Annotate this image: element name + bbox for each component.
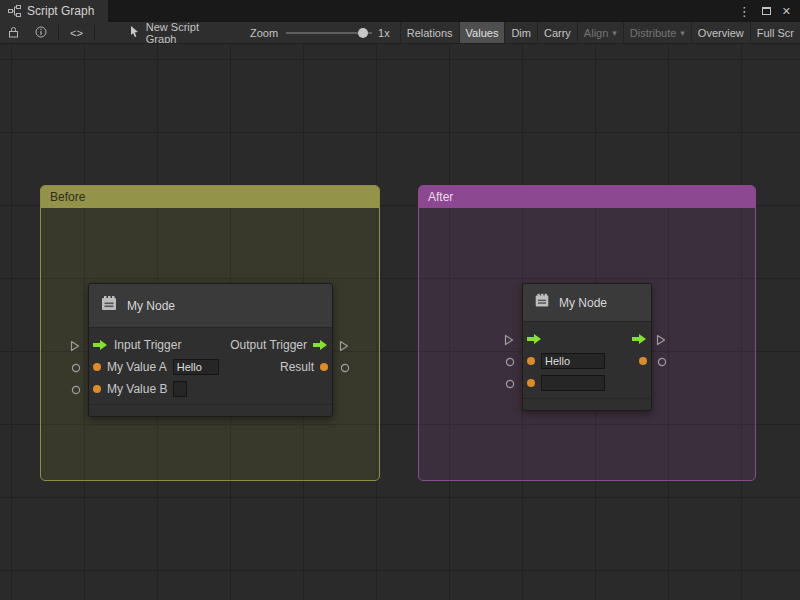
value-b-input[interactable] [173, 381, 187, 397]
align-label: Align [584, 27, 608, 39]
toolbar-buttons: Relations Values Dim Carry Align ▾ Distr… [400, 22, 800, 43]
chevron-down-icon: ▾ [612, 28, 617, 38]
node-title: My Node [559, 296, 607, 310]
code-preview-button[interactable]: <> [62, 22, 91, 44]
maximize-icon[interactable] [762, 7, 771, 15]
kebab-menu-icon[interactable]: ⋮ [738, 5, 751, 18]
align-dropdown: Align ▾ [577, 22, 623, 44]
tab-script-graph[interactable]: Script Graph [0, 0, 108, 22]
node-after-body [523, 322, 651, 398]
external-value-port-icon[interactable] [505, 379, 515, 389]
external-value-port-icon[interactable] [657, 357, 667, 367]
distribute-label: Distribute [630, 27, 676, 39]
graph-canvas[interactable]: Before After [0, 44, 800, 600]
port-label-output-trigger: Output Trigger [230, 338, 307, 352]
chevron-down-icon: ▾ [680, 28, 685, 38]
node-icon [533, 292, 551, 314]
group-before-label: Before [50, 190, 85, 204]
tab-bar: Script Graph ⋮ ✕ [0, 0, 800, 22]
external-flow-port-icon[interactable] [656, 334, 666, 346]
window-controls: ⋮ ✕ [738, 0, 800, 22]
node-icon [99, 294, 119, 318]
info-icon [35, 26, 47, 40]
close-icon[interactable]: ✕ [782, 6, 791, 17]
code-icon: <> [70, 27, 83, 39]
zoom-slider[interactable] [286, 22, 372, 44]
lock-icon [8, 26, 19, 40]
port-label-result: Result [280, 360, 314, 374]
external-flow-port-icon[interactable] [70, 340, 80, 352]
port-row-value-b: My Value B [89, 378, 332, 400]
zoom-slider-knob[interactable] [358, 28, 368, 38]
zoom-control: Zoom 1x [250, 22, 390, 43]
relations-button[interactable]: Relations [400, 22, 459, 44]
group-before-header[interactable]: Before [41, 186, 379, 208]
overview-button[interactable]: Overview [691, 22, 750, 44]
flow-output-port-icon[interactable] [632, 333, 647, 345]
value-port-icon[interactable] [93, 385, 101, 393]
value-port-icon[interactable] [527, 379, 535, 387]
script-graph-window: Script Graph ⋮ ✕ [0, 0, 800, 600]
external-value-port-icon[interactable] [340, 363, 350, 373]
external-value-port-icon[interactable] [71, 385, 81, 395]
value-port-icon[interactable] [639, 357, 647, 365]
node-before-body: Input Trigger Output Trigger My Value A … [89, 328, 332, 404]
toolbar-separator [94, 25, 95, 40]
node-footer [523, 398, 651, 410]
script-graph-icon [8, 5, 21, 17]
node-after-header[interactable]: My Node [523, 284, 651, 322]
node-footer [89, 404, 332, 416]
port-row-value-b [523, 372, 651, 394]
external-flow-port-icon[interactable] [339, 340, 349, 352]
port-label-input-trigger: Input Trigger [114, 338, 181, 352]
external-value-port-icon[interactable] [505, 357, 515, 367]
value-a-input[interactable] [541, 353, 605, 369]
dim-button[interactable]: Dim [504, 22, 537, 44]
port-row-value-a: My Value A Result [89, 356, 332, 378]
node-title: My Node [127, 299, 175, 313]
fullscreen-button[interactable]: Full Scr [750, 22, 800, 44]
node-before[interactable]: My Node Input Trigger Output Trigger [88, 283, 333, 417]
zoom-label: Zoom [250, 27, 278, 39]
group-after-label: After [428, 190, 453, 204]
external-value-port-icon[interactable] [71, 363, 81, 373]
flow-output-port-icon[interactable] [313, 339, 328, 351]
port-row-trigger: Input Trigger Output Trigger [89, 334, 332, 356]
distribute-dropdown: Distribute ▾ [623, 22, 691, 44]
graph-name: New Script Graph [146, 22, 230, 44]
toolbar-separator [58, 25, 59, 40]
tab-title: Script Graph [27, 4, 94, 18]
flow-input-port-icon[interactable] [93, 339, 108, 351]
group-after-header[interactable]: After [419, 186, 755, 208]
port-label-my-value-b: My Value B [107, 382, 167, 396]
lock-button[interactable] [0, 22, 27, 44]
value-port-icon[interactable] [93, 363, 101, 371]
node-after[interactable]: My Node [522, 283, 652, 411]
zoom-value: 1x [378, 27, 390, 39]
values-button[interactable]: Values [459, 22, 505, 44]
graph-toolbar: <> New Script Graph Zoom 1x Relations Va… [0, 22, 800, 44]
graph-breadcrumb[interactable]: New Script Graph [124, 22, 236, 43]
value-a-input[interactable] [173, 359, 219, 375]
carry-button[interactable]: Carry [537, 22, 577, 44]
cursor-icon [130, 26, 140, 40]
value-b-input[interactable] [541, 375, 605, 391]
port-label-my-value-a: My Value A [107, 360, 167, 374]
flow-input-port-icon[interactable] [527, 333, 542, 345]
port-row-trigger [523, 328, 651, 350]
info-button[interactable] [27, 22, 55, 44]
value-port-icon[interactable] [320, 363, 328, 371]
value-port-icon[interactable] [527, 357, 535, 365]
external-flow-port-icon[interactable] [504, 334, 514, 346]
node-before-header[interactable]: My Node [89, 284, 332, 328]
port-row-value-a [523, 350, 651, 372]
